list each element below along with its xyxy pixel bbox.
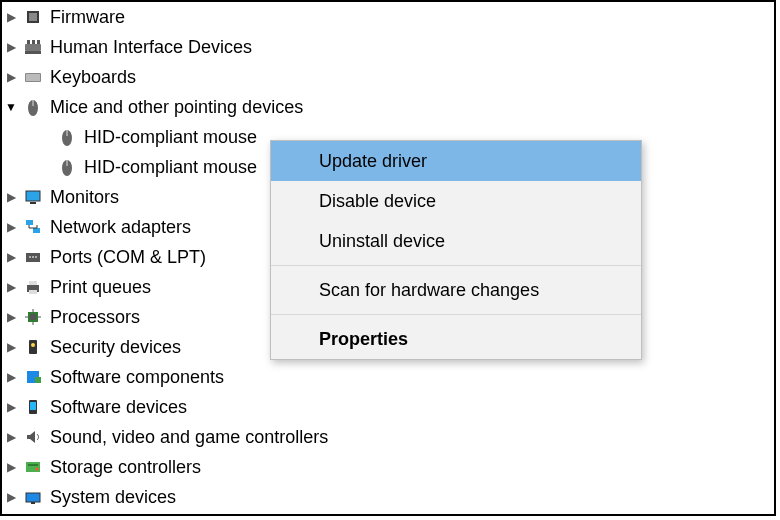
category-mice[interactable]: ▼ Mice and other pointing devices [2,92,774,122]
category-label: Storage controllers [48,452,201,482]
menu-scan-hardware[interactable]: Scan for hardware changes [271,270,641,310]
category-firmware[interactable]: ▶ Firmware [2,2,774,32]
expand-icon[interactable]: ▶ [2,482,20,512]
category-label: Security devices [48,332,181,362]
system-icon [22,486,44,508]
expand-icon[interactable]: ▶ [2,212,20,242]
expand-icon[interactable]: ▶ [2,32,20,62]
category-storage[interactable]: ▶ Storage controllers [2,452,774,482]
hid-icon [22,36,44,58]
category-keyboards[interactable]: ▶ Keyboards [2,62,774,92]
collapse-icon[interactable]: ▼ [2,92,20,122]
category-label: Sound, video and game controllers [48,422,328,452]
expand-icon[interactable]: ▶ [2,2,20,32]
context-menu: Update driver Disable device Uninstall d… [270,140,642,360]
category-label: Network adapters [48,212,191,242]
expand-icon[interactable]: ▶ [2,302,20,332]
category-label: Print queues [48,272,151,302]
expand-icon[interactable]: ▶ [2,452,20,482]
expand-icon[interactable]: ▶ [2,392,20,422]
category-software-devices[interactable]: ▶ Software devices [2,392,774,422]
category-label: Processors [48,302,140,332]
monitor-icon [22,186,44,208]
category-software-components[interactable]: ▶ Software components [2,362,774,392]
device-label: HID-compliant mouse [82,152,257,182]
category-label: Human Interface Devices [48,32,252,62]
expand-icon[interactable]: ▶ [2,332,20,362]
menu-separator [271,265,641,266]
category-label: Mice and other pointing devices [48,92,303,122]
category-sound[interactable]: ▶ Sound, video and game controllers [2,422,774,452]
category-label: Software devices [48,392,187,422]
network-icon [22,216,44,238]
cpu-icon [22,306,44,328]
sound-icon [22,426,44,448]
port-icon [22,246,44,268]
expand-icon[interactable]: ▶ [2,422,20,452]
software-component-icon [22,366,44,388]
menu-properties[interactable]: Properties [271,319,641,359]
security-icon [22,336,44,358]
firmware-icon [22,6,44,28]
keyboard-icon [22,66,44,88]
category-system-devices[interactable]: ▶ System devices [2,482,774,512]
mouse-icon [22,96,44,118]
menu-uninstall-device[interactable]: Uninstall device [271,221,641,261]
category-label: Ports (COM & LPT) [48,242,206,272]
mouse-icon [56,126,78,148]
mouse-icon [56,156,78,178]
software-device-icon [22,396,44,418]
menu-separator [271,314,641,315]
expand-icon[interactable]: ▶ [2,362,20,392]
storage-icon [22,456,44,478]
expand-icon[interactable]: ▶ [2,62,20,92]
expand-icon[interactable]: ▶ [2,182,20,212]
category-label: Software components [48,362,224,392]
menu-disable-device[interactable]: Disable device [271,181,641,221]
device-label: HID-compliant mouse [82,122,257,152]
expand-icon[interactable]: ▶ [2,242,20,272]
category-label: System devices [48,482,176,512]
category-hid[interactable]: ▶ Human Interface Devices [2,32,774,62]
category-label: Keyboards [48,62,136,92]
printer-icon [22,276,44,298]
menu-update-driver[interactable]: Update driver [271,141,641,181]
category-label: Firmware [48,2,125,32]
expand-icon[interactable]: ▶ [2,272,20,302]
category-label: Monitors [48,182,119,212]
